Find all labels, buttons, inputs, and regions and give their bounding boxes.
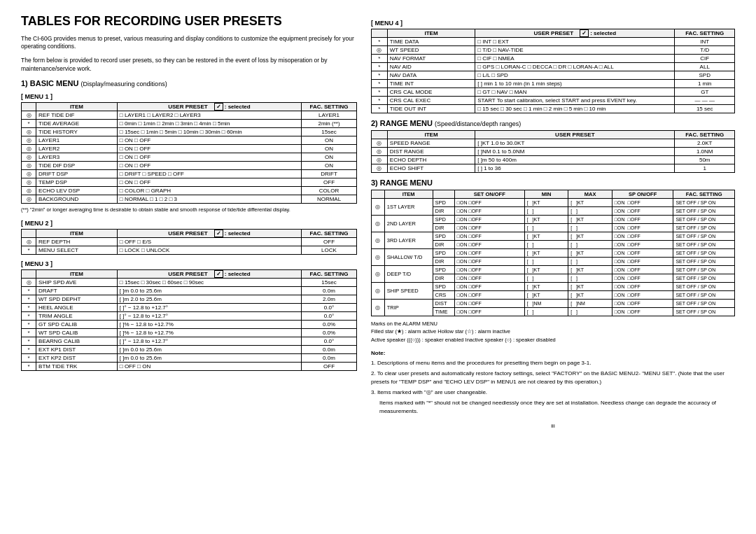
table-row: ◎SHIP SPEEDSPD□ON □OFF[ ]KT[ ]KT□ON □OFF… xyxy=(372,283,735,291)
section2-title: 2) RANGE MENU (Speed/distance/depth rang… xyxy=(371,119,735,127)
table-row: *TIDE AVERAGE□ 0min □ 1min □ 2min □ 3min… xyxy=(22,120,357,128)
table-row: *HEEL ANGLE[ ]° − 12.8 to +12.7°0.0° xyxy=(22,303,357,311)
table-row: *TIME INT[ ] min 1 to 10 min (in 1 min s… xyxy=(372,80,735,88)
table-row: *WT SPD DEPHT[ ]m 2.0 to 25.6m2.0m xyxy=(22,295,357,303)
table-row: ◎ECHO DEPTH[ ]m 50 to 400m50m xyxy=(372,156,735,164)
table-row: ◎TRIPDIST□ON □OFF[ ]NM[ ]NM□ON □OFFSET O… xyxy=(372,300,735,308)
section3-title: 3) RANGE MENU xyxy=(371,178,735,187)
intro2: The form below is provided to record use… xyxy=(21,57,357,73)
intro1: The CI-60G provides menus to preset, var… xyxy=(21,35,357,52)
footnote-line2: Filled star (★) : alarm active Hollow st… xyxy=(371,328,735,335)
table-row: ◎1ST LAYERSPD□ON □OFF[ ]KT[ ]KT□ON □OFFS… xyxy=(372,199,735,207)
table-row: *CRS CAL EXECSTART To start calibration,… xyxy=(372,97,735,105)
table-row: ◎2ND LAYERSPD□ON □OFF[ ]KT[ ]KT□ON □OFFS… xyxy=(372,216,735,224)
table-row: ◎BACKGROUND□ NORMAL □ 1 □ 2 □ 3NORMAL xyxy=(22,195,357,204)
note-label: Note: xyxy=(371,349,735,358)
table-row: *NAV AID□ GPS □ LORAN-C □ DECCA □ DR □ L… xyxy=(372,63,735,71)
table-row: *BEARNG CALIB[ ]° − 12.8 to +12.7°0.0° xyxy=(22,337,357,345)
table-row: *GT SPD CALIB[ ]% − 12.8 to +12.7%0.0% xyxy=(22,320,357,328)
notes-section: Note: 1. Descriptions of menu items and … xyxy=(371,349,735,416)
note-item: Items marked with "*" should not be chan… xyxy=(371,399,735,416)
table-row: ◎REF DEPTH□ OFF □ E/SOFF xyxy=(22,237,357,246)
table-row: ◎TIDE HISTORY□ 15sec □ 1min □ 5min □ 10m… xyxy=(22,128,357,136)
table-row: *TIME DATA□ INT □ EXTINT xyxy=(372,38,735,46)
table-row: *CRS CAL MODE□ GT □ NAV □ MANGT xyxy=(372,88,735,97)
table-row: ◎WT SPEED□ T/D □ NAV-TIDET/D xyxy=(372,46,735,55)
alarm-table: ITEM SET ON/OFF MIN MAX SP ON/OFF FAC. S… xyxy=(371,190,735,316)
page-title: TABLES FOR RECORDING USER PRESETS xyxy=(21,14,357,29)
table-row: ◎DIST RANGE[ ]NM 0.1 to 5.0NM1.0NM xyxy=(372,148,735,156)
menu1-table: ITEM USER PRESET ✓ : selected FAC. SETTI… xyxy=(21,102,357,204)
table-row: ◎SPEED RANGE[ ]KT 1.0 to 30.0KT2.0KT xyxy=(372,139,735,148)
note-item: 1. Descriptions of menu items and the pr… xyxy=(371,359,735,367)
range-menu-table: ITEM USER PRESET FAC. SETTING ◎SPEED RAN… xyxy=(371,130,735,173)
table-row: ◎LAYER3□ ON □ OFFON xyxy=(22,153,357,162)
page-number: iii xyxy=(371,423,735,429)
menu2-table: ITEM USER PRESET ✓ : selected FAC. SETTI… xyxy=(21,229,357,255)
table-row: *WT SPD CALIB[ ]% − 12.8 to +12.7%0.0% xyxy=(22,328,357,337)
menu3-header: [ MENU 3 ] xyxy=(21,260,357,267)
table-row: *EXT KP1 DIST[ ]m 0.0 to 25.6m0.0m xyxy=(22,345,357,353)
note-item: 3. Items marked with "◎" are user change… xyxy=(371,388,735,397)
footnote-line3: Active speaker (((○))) : speaker enabled… xyxy=(371,336,735,344)
table-row: *NAV FORMAT□ CIF □ NMEACIF xyxy=(372,55,735,63)
table-row: ◎ECHO SHIFT[ ] 1 to 361 xyxy=(372,164,735,173)
table-row: *BTM TIDE TRK□ OFF □ ONOFF xyxy=(22,362,357,370)
table-row: ◎SHIP SPD AVE□ 15sec □ 30sec □ 60sec □ 9… xyxy=(22,278,357,286)
footnote-line1: Marks on the ALARM MENU xyxy=(371,320,735,328)
note-item: 2. To clear user presets and automatical… xyxy=(371,370,735,386)
table-row: ◎DEEP T/DSPD□ON □OFF[ ]KT[ ]KT□ON □OFFSE… xyxy=(372,266,735,274)
table-row: ◎SHALLOW T/DSPD□ON □OFF[ ]KT[ ]KT□ON □OF… xyxy=(372,249,735,258)
table-row: *EXT KP2 DIST[ ]m 0.0 to 25.6m0.0m xyxy=(22,353,357,362)
table-row: ◎LAYER1□ ON □ OFFON xyxy=(22,136,357,145)
section1-title: 1) BASIC MENU (Display/measuring conditi… xyxy=(21,79,357,87)
table-row: *TRIM ANGLE[ ]° − 12.8 to +12.7°0.0° xyxy=(22,311,357,320)
table-row: ◎TEMP DSP□ ON □ OFFOFF xyxy=(22,178,357,187)
menu4-header: [ MENU 4 ] xyxy=(371,20,735,27)
table-row: ◎REF TIDE DIF□ LAYER1 □ LAYER2 □ LAYER3L… xyxy=(22,111,357,120)
table-row: ◎LAYER2□ ON □ OFFON xyxy=(22,145,357,153)
table-row: ◎TIDE DIF DSP□ ON □ OFFON xyxy=(22,162,357,170)
table-row: *NAV DATA□ L/L □ SPDSPD xyxy=(372,71,735,80)
table-row: *TIDE OUT INT□ 15 sec □ 30 sec □ 1 min □… xyxy=(372,105,735,113)
footnote: Marks on the ALARM MENU Filled star (★) … xyxy=(371,320,735,344)
table-row: ◎DRIFT DSP□ DRIFT □ SPEED □ OFFDRIFT xyxy=(22,170,357,178)
menu1-header: [ MENU 1 ] xyxy=(21,93,357,100)
table-row: *DRAFT[ ]m 0.0 to 25.6m0.0m xyxy=(22,286,357,295)
menu2-header: [ MENU 2 ] xyxy=(21,220,357,227)
menu3-table: ITEM USER PRESET ✓ : selected FAC. SETTI… xyxy=(21,269,357,371)
table-row: *MENU SELECT□ LOCK □ UNLOCKLOCK xyxy=(22,246,357,254)
table-row: ◎ECHO LEV DSP□ COLOR □ GRAPHCOLOR xyxy=(22,187,357,195)
menu1-note: (**) "2min" or longer averaging time is … xyxy=(21,206,357,214)
table-row: ◎3RD LAYERSPD□ON □OFF[ ]KT[ ]KT□ON □OFFS… xyxy=(372,232,735,241)
menu4-table: ITEM USER PRESET ✓ : selected FAC. SETTI… xyxy=(371,29,735,113)
